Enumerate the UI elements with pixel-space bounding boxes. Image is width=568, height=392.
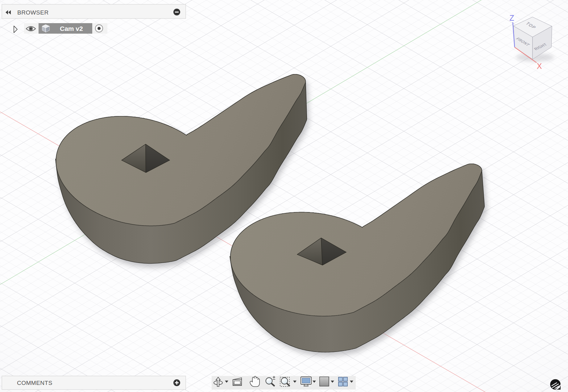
svg-text:BROWSER: BROWSER bbox=[17, 9, 49, 16]
svg-text:Z: Z bbox=[509, 14, 514, 22]
svg-text:X: X bbox=[537, 62, 542, 70]
svg-text:COMMENTS: COMMENTS bbox=[17, 380, 52, 386]
svg-text:Cam v2: Cam v2 bbox=[60, 25, 83, 32]
